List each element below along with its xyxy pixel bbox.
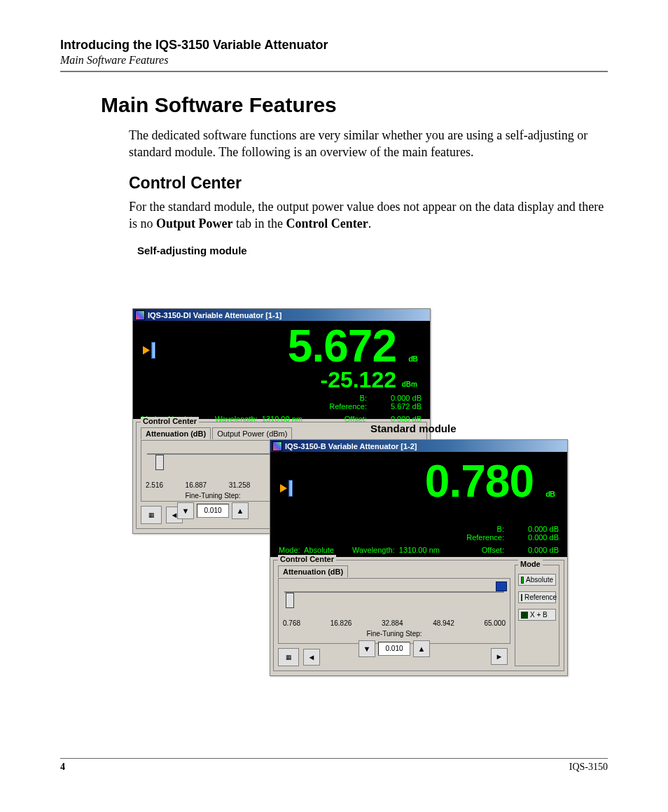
tick: 16.887 xyxy=(186,481,207,489)
titlebar[interactable]: IQS-3150-B Variable Attenuator [1-2] xyxy=(270,440,567,452)
tab-attenuation[interactable]: Attenuation (dB) xyxy=(278,565,348,577)
mode-button-label: Absolute xyxy=(526,576,553,584)
mode-button-label: Reference xyxy=(524,593,557,601)
section-subtitle: Main Software Features xyxy=(60,54,608,67)
value-reference: 5.672 dB xyxy=(380,402,422,411)
display-panel: 0.780 dB B:0.000 dB Reference:0.000 dB M… xyxy=(270,452,567,557)
page-footer: 4 IQS-3150 xyxy=(60,758,608,773)
mode-button-absolute[interactable]: Absolute xyxy=(518,574,556,586)
tick: 32.884 xyxy=(382,619,403,627)
control-center-paragraph: For the standard module, the output powe… xyxy=(129,198,608,233)
display-panel: 5.672 dB -25.122 dBm B:0.000 dB Referenc… xyxy=(133,321,430,419)
heading-main-software-features: Main Software Features xyxy=(101,93,608,117)
titlebar[interactable]: IQS-3150-DI Variable Attenuator [1-1] xyxy=(133,309,430,321)
mode-indicator-icon xyxy=(521,577,524,584)
rule xyxy=(60,71,608,72)
value-mode: Absolute xyxy=(304,546,334,554)
step-value-input[interactable]: 0.010 xyxy=(378,642,410,656)
label-reference: Reference: xyxy=(321,402,367,411)
tab-panel-icon[interactable] xyxy=(496,582,507,591)
tab-bar: Attenuation (dB) xyxy=(278,565,510,577)
step-up-button[interactable]: ▲ xyxy=(232,502,249,519)
value-offset: 0.000 dB xyxy=(517,546,559,554)
tick: 2.516 xyxy=(146,481,163,489)
text: tab in the xyxy=(233,216,286,230)
step-down-button[interactable]: ▼ xyxy=(359,640,375,657)
app-window-standard: IQS-3150-B Variable Attenuator [1-2] 0.7… xyxy=(270,439,568,676)
step-value-input[interactable]: 0.010 xyxy=(197,504,229,518)
doc-id: IQS-3150 xyxy=(569,762,608,773)
text: . xyxy=(368,216,372,230)
step-up-button[interactable]: ▲ xyxy=(413,640,430,657)
readout-unit: dBm xyxy=(402,381,417,388)
readout-unit: dB xyxy=(408,355,417,363)
term-control-center: Control Center xyxy=(286,216,368,230)
value-wavelength: 1310.00 nm xyxy=(399,546,440,554)
control-center-group: Control Center Attenuation (dB) 0.768 16… xyxy=(273,560,564,671)
tick: 48.942 xyxy=(433,619,454,627)
tick: 16.826 xyxy=(330,619,352,627)
window-title: IQS-3150-B Variable Attenuator [1-2] xyxy=(285,442,417,450)
label-wavelength: Wavelength: xyxy=(352,546,395,554)
intro-paragraph: The dedicated software functions are ver… xyxy=(129,127,608,161)
sys-icon xyxy=(272,441,282,451)
tick: 31.258 xyxy=(229,481,251,489)
value-b: 0.000 dB xyxy=(380,394,422,402)
heading-control-center: Control Center xyxy=(129,174,608,193)
attenuation-readout: 0.780 dB xyxy=(279,455,559,504)
mode-panel-title: Mode xyxy=(518,560,543,568)
label-offset: Offset: xyxy=(458,546,504,554)
tick: 65.000 xyxy=(484,619,506,627)
tab-attenuation[interactable]: Attenuation (dB) xyxy=(141,427,211,439)
fine-tuning-step-label: Fine-Tuning Step: xyxy=(146,492,280,500)
label-self-adjusting-module: Self-adjusting module xyxy=(137,245,608,256)
mode-button-label: X + B xyxy=(530,611,548,619)
slider-ticks: 0.768 16.826 32.884 48.942 65.000 xyxy=(283,619,506,627)
term-output-power: Output Power xyxy=(156,216,233,230)
readout-unit: dB xyxy=(545,490,555,498)
label-reference: Reference: xyxy=(458,533,504,542)
attenuation-readout: 5.672 dB xyxy=(141,324,422,369)
page-number: 4 xyxy=(60,762,65,773)
readout-value: -25.122 xyxy=(320,367,396,392)
output-power-readout: -25.122 dBm xyxy=(141,369,422,391)
label-b: B: xyxy=(321,394,367,402)
sys-icon xyxy=(135,310,145,320)
label-mode: Mode: xyxy=(279,546,300,554)
fine-tuning-step-label: Fine-Tuning Step: xyxy=(283,630,506,638)
step-down-button[interactable]: ▼ xyxy=(177,502,194,519)
label-standard-module: Standard module xyxy=(370,422,457,434)
mode-indicator-icon xyxy=(521,612,528,619)
label-b: B: xyxy=(458,525,504,533)
tab-panel: 2.516 16.887 31.258 45 Fine-Tuning Step:… xyxy=(141,440,285,502)
window-title: IQS-3150-DI Variable Attenuator [1-1] xyxy=(148,311,282,319)
readout-value: 0.780 xyxy=(425,456,534,507)
readout-value: 5.672 xyxy=(288,321,396,371)
slider-ticks: 2.516 16.887 31.258 45 xyxy=(146,481,280,489)
tick: 0.768 xyxy=(283,619,300,627)
mode-indicator-icon xyxy=(521,594,522,601)
chapter-title: Introducing the IQS-3150 Variable Attenu… xyxy=(60,38,608,53)
value-reference: 0.000 dB xyxy=(517,533,559,542)
value-b: 0.000 dB xyxy=(517,525,559,533)
tab-panel: 0.768 16.826 32.884 48.942 65.000 Fine-T… xyxy=(278,578,510,644)
group-title: Control Center xyxy=(278,555,336,563)
tab-output-power[interactable]: Output Power (dBm) xyxy=(212,427,292,439)
increment-button[interactable]: ► xyxy=(491,648,508,665)
attenuation-slider[interactable] xyxy=(283,591,506,615)
mode-panel: Mode Absolute Reference X + B xyxy=(515,565,559,666)
attenuation-slider[interactable] xyxy=(146,453,280,477)
mode-button-xb[interactable]: X + B xyxy=(518,609,556,621)
mode-button-reference[interactable]: Reference xyxy=(518,591,556,603)
group-title: Control Center xyxy=(141,417,199,425)
